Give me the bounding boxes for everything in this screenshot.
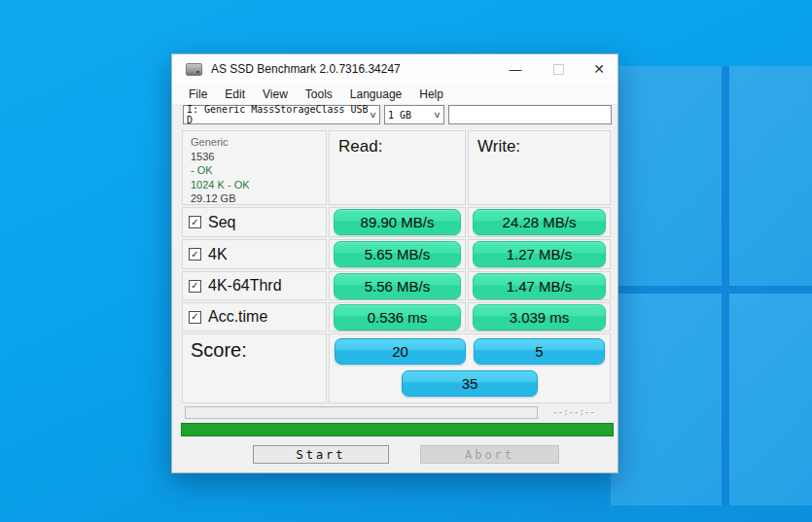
check-icon: ✓: [191, 250, 198, 260]
logo-divider-horizontal: [611, 286, 812, 294]
desktop-windows-logo: [611, 66, 812, 505]
acctime-checkbox[interactable]: ✓: [189, 311, 201, 324]
maximize-button[interactable]: [542, 54, 575, 84]
4k64thrd-checkbox[interactable]: ✓: [189, 280, 201, 293]
drive-select[interactable]: I: Generic MassStorageClass USB D ∨: [183, 105, 380, 124]
menu-item-file[interactable]: File: [180, 86, 216, 103]
logo-pane: [611, 66, 722, 286]
benchmark-text-field[interactable]: [448, 105, 612, 124]
test-progress-bar: [185, 406, 538, 419]
score-label: Score:: [182, 333, 327, 403]
seq-checkbox[interactable]: ✓: [189, 216, 201, 228]
score-panel: 20 5 35: [329, 333, 611, 403]
4k64thrd-write-value: 1.47 MB/s: [473, 273, 606, 299]
check-icon: ✓: [191, 281, 198, 291]
minimize-button[interactable]: —: [499, 54, 532, 84]
chevron-down-icon: ∨: [433, 110, 441, 120]
write-column-header: Write:: [468, 130, 611, 205]
test-size-select-value: 1 GB: [388, 110, 411, 121]
seq-read-value: 89.90 MB/s: [334, 209, 461, 235]
start-button[interactable]: Start: [253, 445, 389, 464]
drive-select-value: I: Generic MassStorageClass USB D: [187, 104, 371, 125]
chevron-down-icon: ∨: [369, 110, 377, 120]
as-ssd-benchmark-window: AS SSD Benchmark 2.0.7316.34247 — ✕ File…: [171, 53, 618, 473]
drive-offset: 1536: [191, 150, 318, 164]
4k-write-value: 1.27 MB/s: [473, 241, 606, 267]
check-icon: ✓: [191, 312, 198, 322]
4k-read-cell: 5.65 MB/s: [329, 239, 466, 269]
logo-pane: [729, 294, 812, 505]
write-score-value: 5: [474, 338, 605, 365]
row-label: 4K: [208, 246, 228, 263]
4k64thrd-read-cell: 5.56 MB/s: [329, 271, 466, 300]
read-column-header: Read:: [329, 130, 466, 205]
4k-checkbox[interactable]: ✓: [189, 248, 201, 261]
seq-read-cell: 89.90 MB/s: [329, 207, 466, 237]
menu-item-edit[interactable]: Edit: [216, 86, 254, 103]
test-size-select[interactable]: 1 GB ∨: [384, 105, 444, 124]
menu-item-help[interactable]: Help: [410, 86, 452, 103]
drive-align-status: - OK: [191, 163, 318, 178]
menu-item-view[interactable]: View: [254, 86, 297, 103]
table-row-acctime-label: ✓ Acc.time: [182, 302, 327, 331]
seq-write-value: 24.28 MB/s: [473, 209, 606, 235]
abort-button[interactable]: Abort: [420, 445, 559, 464]
logo-pane: [729, 66, 812, 286]
minimize-icon: —: [510, 62, 522, 77]
drive-info-panel: Generic 1536 - OK 1024 K - OK 29.12 GB: [182, 130, 327, 205]
menu-item-language[interactable]: Language: [341, 86, 410, 103]
acctime-write-value: 3.039 ms: [473, 304, 606, 331]
menu-item-tools[interactable]: Tools: [297, 86, 341, 103]
drive-icon: [186, 63, 202, 76]
close-button[interactable]: ✕: [583, 54, 616, 84]
4k64thrd-write-cell: 1.47 MB/s: [468, 271, 611, 300]
row-label: Acc.time: [208, 308, 267, 326]
total-score-value: 35: [402, 370, 538, 397]
drive-partition-status: 1024 K - OK: [191, 178, 318, 192]
table-row-4k-label: ✓ 4K: [182, 239, 327, 269]
4k-read-value: 5.65 MB/s: [334, 241, 461, 267]
4k64thrd-read-value: 5.56 MB/s: [334, 273, 461, 299]
table-row-seq-label: ✓ Seq: [182, 207, 327, 237]
window-title: AS SSD Benchmark 2.0.7316.34247: [211, 62, 401, 76]
acctime-write-cell: 3.039 ms: [468, 302, 611, 331]
row-label: 4K-64Thrd: [208, 277, 282, 295]
read-score-value: 20: [335, 338, 466, 365]
acctime-read-value: 0.536 ms: [334, 304, 461, 331]
acctime-read-cell: 0.536 ms: [329, 302, 466, 331]
row-label: Seq: [208, 214, 235, 231]
seq-write-cell: 24.28 MB/s: [468, 207, 611, 237]
overall-progress-bar: [181, 423, 614, 436]
table-row-4k64thrd-label: ✓ 4K-64Thrd: [182, 271, 327, 300]
4k-write-cell: 1.27 MB/s: [468, 239, 611, 269]
drive-name: Generic: [191, 135, 318, 150]
title-bar[interactable]: AS SSD Benchmark 2.0.7316.34247 — ✕: [172, 54, 618, 84]
drive-capacity: 29.12 GB: [191, 191, 318, 206]
check-icon: ✓: [191, 218, 198, 227]
close-icon: ✕: [593, 61, 605, 77]
elapsed-time: --:--:--: [540, 407, 608, 417]
benchmark-results-table: Generic 1536 - OK 1024 K - OK 29.12 GB R…: [182, 130, 611, 403]
menu-bar: File Edit View Tools Language Help: [172, 84, 618, 104]
maximize-icon: [553, 64, 564, 75]
logo-pane: [611, 294, 722, 505]
